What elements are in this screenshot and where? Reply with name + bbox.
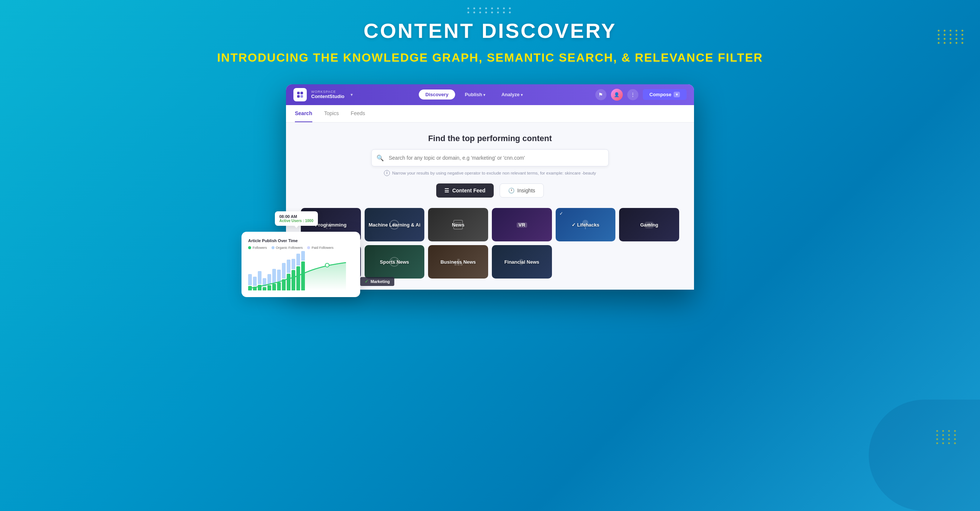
action-buttons: ☰ Content Feed 🕐 Insights xyxy=(436,184,544,198)
page-title: Content Discovery xyxy=(217,19,763,43)
line-chart-svg xyxy=(248,261,353,291)
legend-dot-organic xyxy=(272,246,275,249)
chart-card: Article Publish Over Time Followers Orga… xyxy=(242,232,360,297)
insights-label: Insights xyxy=(517,188,535,193)
chart-tooltip: 08:00 AM Active Users : 1000 xyxy=(275,211,318,226)
topic-card-business-news[interactable]: Business News xyxy=(428,245,488,278)
topic-label-financial: Financial News xyxy=(492,256,552,267)
workspace-label: WORKSPACE xyxy=(311,90,345,94)
subnav-topics[interactable]: Topics xyxy=(324,105,339,122)
search-title: Find the top performing content xyxy=(428,134,552,143)
navbar-left: WORKSPACE ContentStudio ▾ xyxy=(293,88,353,101)
search-hint-text: Narrow your results by using negative op… xyxy=(392,171,596,175)
topic-card-gaming[interactable]: Gaming xyxy=(619,208,679,241)
topic-label-business: Business News xyxy=(428,256,488,267)
search-hint: i Narrow your results by using negative … xyxy=(384,170,596,176)
dots-top-right xyxy=(938,30,965,44)
navbar-center: Discovery Publish Analyze xyxy=(419,89,529,99)
svg-rect-1 xyxy=(297,92,300,94)
nav-analyze-button[interactable]: Analyze xyxy=(495,89,529,99)
legend-dot-followers xyxy=(248,246,251,249)
navbar-right: ⚑ 👤 ⋮ Compose ▾ xyxy=(595,89,687,101)
topic-label-vr: VR xyxy=(492,219,552,230)
svg-rect-4 xyxy=(301,95,303,98)
info-icon: i xyxy=(384,170,390,176)
topic-label-gaming: Gaming xyxy=(619,219,679,230)
topic-label-lifehacks: ✓ Lifehacks xyxy=(556,219,616,230)
compose-chevron-icon: ▾ xyxy=(674,92,680,97)
topic-label-sports: Sports News xyxy=(364,256,425,267)
search-box-wrapper: 🔍 xyxy=(371,149,609,166)
marketing-check-icon: ✓ xyxy=(364,279,368,284)
workspace-chevron-icon[interactable]: ▾ xyxy=(350,92,353,97)
content-feed-button[interactable]: ☰ Content Feed xyxy=(436,184,493,198)
app-mockup: Article Publish Over Time Followers Orga… xyxy=(286,84,694,290)
chart-legend: Followers Organic Followers Paid Followe… xyxy=(248,246,353,249)
tooltip-time: 08:00 AM xyxy=(279,214,313,219)
workspace-info: WORKSPACE ContentStudio xyxy=(311,90,345,99)
topic-card-ml-ai[interactable]: Machine Learning & Ai xyxy=(364,208,425,241)
compose-label: Compose xyxy=(649,92,671,97)
topic-label-ml-ai: Machine Learning & Ai xyxy=(364,219,425,230)
svg-rect-2 xyxy=(301,92,303,94)
sub-nav: Search Topics Feeds xyxy=(286,105,694,123)
insights-button[interactable]: 🕐 Insights xyxy=(500,184,544,198)
topic-card-financial-news[interactable]: $ Financial News xyxy=(492,245,552,278)
nav-publish-button[interactable]: Publish xyxy=(458,89,492,99)
app-logo xyxy=(293,88,307,101)
legend-dot-paid xyxy=(307,246,310,249)
topic-card-news[interactable]: News xyxy=(428,208,488,241)
topic-label-news: News xyxy=(428,219,488,230)
more-options-icon[interactable]: ⋮ xyxy=(627,89,638,100)
subnav-feeds[interactable]: Feeds xyxy=(350,105,365,122)
search-input[interactable] xyxy=(371,149,609,166)
topic-card-vr[interactable]: VR xyxy=(492,208,552,241)
flag-icon-button[interactable]: ⚑ xyxy=(595,89,606,100)
workspace-name: ContentStudio xyxy=(311,94,345,99)
chart-area xyxy=(248,253,353,291)
tooltip-users: Active Users : 1000 xyxy=(279,219,313,223)
header-section: Content Discovery Introducing the Knowle… xyxy=(210,0,770,77)
legend-organic: Organic Followers xyxy=(272,246,303,249)
user-avatar[interactable]: 👤 xyxy=(611,89,623,101)
topic-card-sports-news[interactable]: Sports News xyxy=(364,245,425,278)
tooltip-arrow xyxy=(294,226,298,228)
wave-background xyxy=(869,399,980,511)
lifehacks-check-icon: ✓ xyxy=(559,211,563,216)
legend-paid: Paid Followers xyxy=(307,246,334,249)
legend-followers: Followers xyxy=(248,246,267,249)
marketing-badge: ✓ Marketing xyxy=(360,277,394,286)
insights-icon: 🕐 xyxy=(508,188,514,193)
svg-point-0 xyxy=(325,263,329,267)
topic-card-lifehacks[interactable]: ✓ ✓ Lifehacks xyxy=(556,208,616,241)
svg-rect-3 xyxy=(297,95,300,98)
search-icon: 🔍 xyxy=(377,154,384,161)
app-navbar: WORKSPACE ContentStudio ▾ Discovery Publ… xyxy=(286,84,694,105)
chart-title: Article Publish Over Time xyxy=(248,238,353,243)
nav-discovery-button[interactable]: Discovery xyxy=(419,89,455,99)
marketing-label: Marketing xyxy=(371,279,390,284)
logo-icon xyxy=(296,91,304,98)
subnav-search[interactable]: Search xyxy=(295,105,312,122)
content-feed-label: Content Feed xyxy=(452,188,485,193)
content-feed-icon: ☰ xyxy=(444,188,449,193)
compose-button[interactable]: Compose ▾ xyxy=(643,89,687,100)
page-subtitle: Introducing the Knowledge Graph, Semanti… xyxy=(217,50,763,66)
